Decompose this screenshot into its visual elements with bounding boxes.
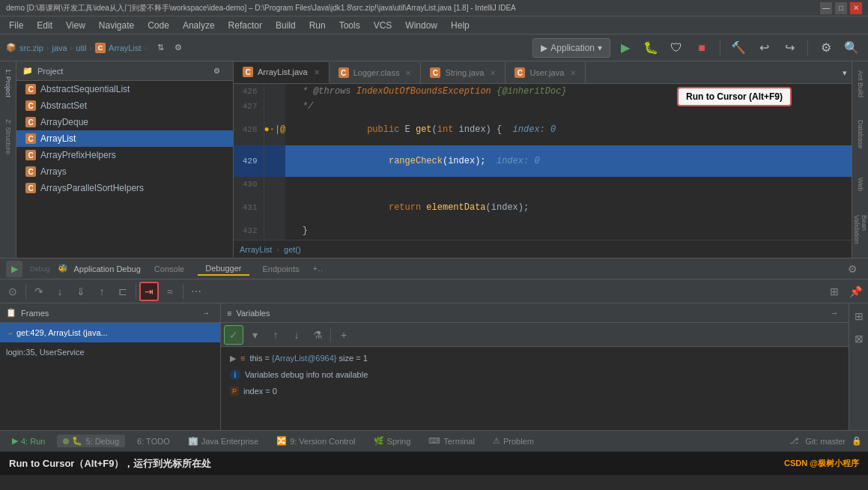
dbg-pin-tab-btn[interactable]: 📌 <box>846 282 865 301</box>
tab-arraylist-java[interactable]: C ArrayList.java ✕ <box>234 62 330 83</box>
toolbar-settings-btn[interactable]: ⚙ <box>170 37 186 58</box>
project-item-abstractsequentiallist[interactable]: C AbstractSequentialList <box>16 81 233 97</box>
status-run[interactable]: ▶ 4: Run <box>6 435 51 447</box>
menu-analyze[interactable]: Analyze <box>177 19 221 32</box>
menu-navigate[interactable]: Navigate <box>93 19 140 32</box>
run-button[interactable]: ▶ <box>615 37 636 58</box>
dbg-step-into-btn[interactable]: ↓ <box>50 282 70 301</box>
close-button[interactable]: ✕ <box>850 2 862 14</box>
dbg-restore-layout-btn[interactable]: ⊞ <box>825 282 844 301</box>
menu-file[interactable]: File <box>3 19 29 32</box>
tab-overflow-button[interactable]: ▾ <box>838 62 852 83</box>
undo-button[interactable]: ↩ <box>753 37 774 58</box>
dbg-drop-frame-btn[interactable]: ⊏ <box>113 282 133 301</box>
settings-button[interactable]: ⚙ <box>816 37 837 58</box>
maximize-button[interactable]: □ <box>835 2 847 14</box>
sidebar-item-project[interactable]: 1: Project <box>1 64 16 102</box>
project-gear-btn[interactable]: ⚙ <box>213 64 227 78</box>
sidebar-item-structure[interactable]: Z: Structure <box>1 118 16 156</box>
sidebar-item-web[interactable]: Web <box>853 165 868 205</box>
tab-close-icon[interactable]: ✕ <box>314 68 320 76</box>
debug-tab-debugger[interactable]: Debugger <box>198 262 249 276</box>
dbg-force-step-into-btn[interactable]: ⇓ <box>71 282 91 301</box>
tab-logger-class[interactable]: C Logger.class ✕ <box>330 62 422 83</box>
frame-item-get[interactable]: → get:429, ArrayList (java... <box>0 323 220 342</box>
minimize-button[interactable]: — <box>820 2 832 14</box>
dbg-show-exec-point-btn[interactable]: ⊙ <box>3 282 22 301</box>
project-item-arraydeque[interactable]: C ArrayDeque <box>16 114 233 130</box>
run-config-dropdown[interactable]: ▶ Application ▾ <box>532 38 610 58</box>
menu-window[interactable]: Window <box>399 19 443 32</box>
menu-view[interactable]: View <box>60 19 91 32</box>
project-item-arraysparallelhelpers[interactable]: C ArraysParallelSortHelpers <box>16 180 233 196</box>
search-button[interactable]: 🔍 <box>841 37 862 58</box>
status-spring[interactable]: 🌿 Spring <box>368 435 417 447</box>
project-item-arraylist[interactable]: C ArrayList <box>16 130 233 147</box>
menu-vcs[interactable]: VCS <box>368 19 398 32</box>
vars-dropdown-btn[interactable]: ▾ <box>245 325 264 345</box>
status-debug[interactable]: 🐛 5: Debug <box>57 435 125 447</box>
bc-srczip-label[interactable]: src.zip <box>19 43 43 52</box>
debug-button[interactable]: 🐛 <box>640 37 661 58</box>
tab-close-icon[interactable]: ✕ <box>405 69 411 77</box>
menu-refactor[interactable]: Refactor <box>222 19 268 32</box>
status-problem[interactable]: ⚠ Problem <box>487 435 540 447</box>
status-terminal[interactable]: ⌨ Terminal <box>422 435 481 447</box>
menu-help[interactable]: Help <box>445 19 476 32</box>
project-header-actions: ⚙ <box>213 64 227 78</box>
vars-add-watch-btn[interactable]: + <box>334 325 353 345</box>
tab-user-java[interactable]: C User.java ✕ <box>506 62 586 83</box>
menu-run[interactable]: Run <box>303 19 332 32</box>
dbg-more-btn[interactable]: ⋯ <box>186 282 206 301</box>
dbg-evaluate-btn[interactable]: ≈ <box>160 282 180 301</box>
dbg-right-btn-2[interactable]: ⊠ <box>849 329 869 348</box>
menu-code[interactable]: Code <box>142 19 175 32</box>
status-todo[interactable]: 6: TODO <box>131 435 176 447</box>
status-java-enterprise[interactable]: 🏢 Java Enterprise <box>182 435 264 447</box>
redo-button[interactable]: ↪ <box>779 37 800 58</box>
var-item-this[interactable]: ▶ ≡ this = {ArrayList@6964} size = 1 <box>227 350 843 366</box>
tab-close-icon[interactable]: ✕ <box>490 69 496 77</box>
debug-tab-endpoints[interactable]: Endpoints <box>255 263 307 275</box>
vars-down-btn[interactable]: ↓ <box>287 325 306 345</box>
debug-tab-console[interactable]: Console <box>147 263 192 275</box>
debug-settings-btn[interactable]: ⚙ <box>843 259 862 279</box>
menu-edit[interactable]: Edit <box>31 19 58 32</box>
frame-item-login[interactable]: login:35, UserService <box>0 342 220 362</box>
build-project-button[interactable]: 🔨 <box>728 37 749 58</box>
menu-tools[interactable]: Tools <box>333 19 366 32</box>
sidebar-item-bean-validation[interactable]: Bean Validation <box>853 215 868 255</box>
sidebar-item-database[interactable]: Database <box>853 115 868 154</box>
bc-util[interactable]: util <box>76 43 86 52</box>
stop-button[interactable]: ■ <box>691 37 712 58</box>
project-item-abstractset[interactable]: C AbstractSet <box>16 97 233 114</box>
variables-action-btn[interactable]: → <box>826 303 843 324</box>
var-item-index[interactable]: P index = 0 <box>227 383 843 399</box>
bc-java[interactable]: java <box>52 43 67 52</box>
tab-close-icon[interactable]: ✕ <box>570 69 576 77</box>
dbg-right-btn-1[interactable]: ⊞ <box>849 306 869 326</box>
coverage-button[interactable]: 🛡 <box>666 37 687 58</box>
dbg-run-to-cursor-btn highlighted-btn[interactable]: ⇥ <box>139 282 159 301</box>
dbg-step-over-btn[interactable]: ↷ <box>29 282 49 301</box>
frames-action-btn[interactable]: → <box>198 303 214 324</box>
bc-arraylist[interactable]: ArrayList <box>109 43 141 52</box>
sidebar-item-ant-build[interactable]: Ant Build <box>853 64 868 104</box>
menu-build[interactable]: Build <box>270 19 302 32</box>
vars-up-btn[interactable]: ↑ <box>266 325 285 345</box>
dbg-step-out-btn[interactable]: ↑ <box>92 282 112 301</box>
tab-string-java[interactable]: C String.java ✕ <box>421 62 506 83</box>
project-item-arrayprefixhelpers[interactable]: C ArrayPrefixHelpers <box>16 147 233 163</box>
toolbar-sort-btn[interactable]: ⇅ <box>153 37 169 58</box>
var-expand-icon: ▶ <box>230 354 236 363</box>
debug-restart-btn[interactable]: ▶ <box>6 261 22 277</box>
vars-check-btn[interactable]: ✓ <box>224 325 243 345</box>
project-item-arrays[interactable]: C Arrays <box>16 163 233 180</box>
frames-panel-header: 📋 Frames → <box>0 303 220 323</box>
code-content[interactable]: 426 * @throws IndexOutOfBoundsException … <box>234 84 852 240</box>
vars-filter-btn[interactable]: ⚗ <box>308 325 327 345</box>
debug-tab-more[interactable]: +‥ <box>312 264 322 273</box>
code-editor[interactable]: 426 * @throws IndexOutOfBoundsException … <box>234 84 852 258</box>
class-icon: C <box>25 84 36 94</box>
status-version-control[interactable]: 🔀 9: Version Control <box>270 435 361 447</box>
